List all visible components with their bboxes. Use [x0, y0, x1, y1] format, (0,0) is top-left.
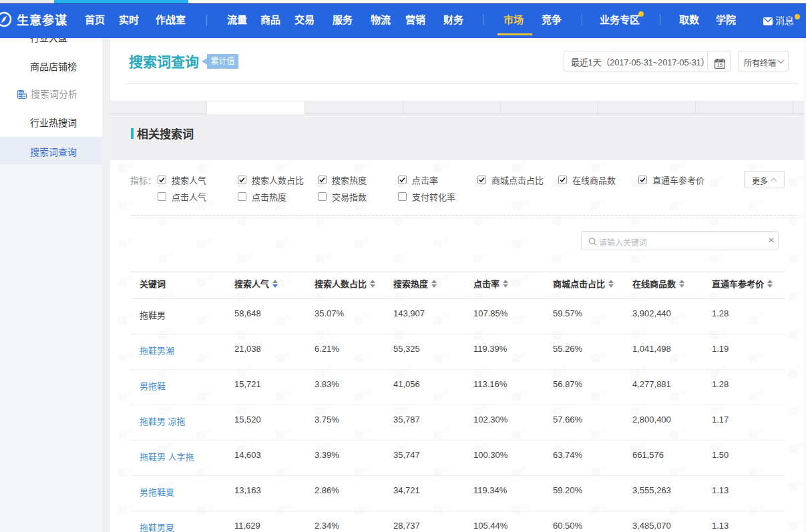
svg-text:15: 15 [717, 62, 723, 68]
